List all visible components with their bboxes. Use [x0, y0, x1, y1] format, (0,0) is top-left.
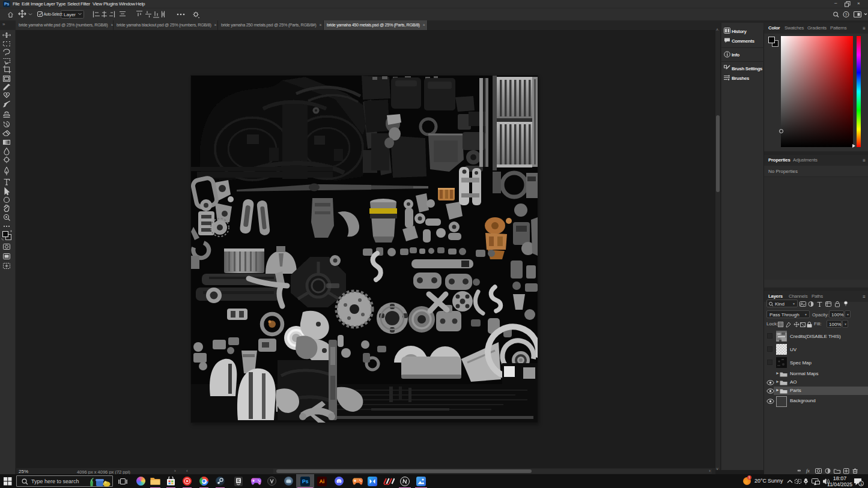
- svg-text:?: ?: [845, 12, 847, 17]
- svg-text:fx: fx: [806, 468, 810, 474]
